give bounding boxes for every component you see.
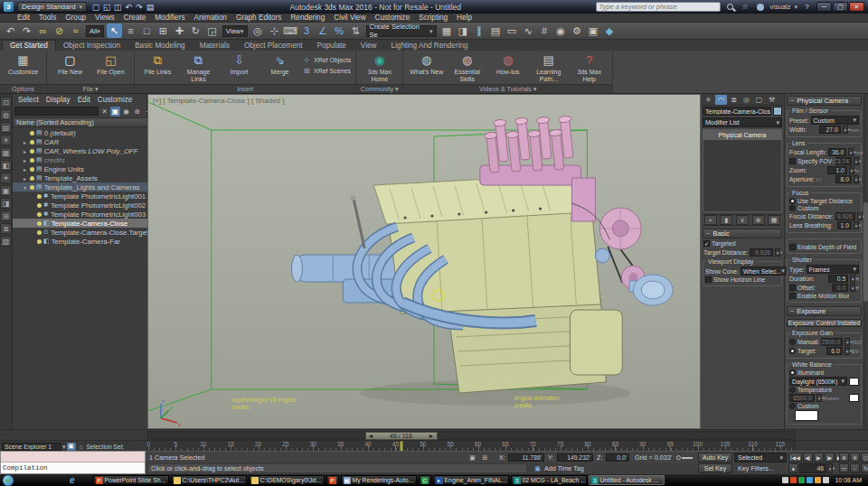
ribbon-item-file-open[interactable]: ◱File Open [92, 52, 129, 76]
internet-explorer-icon[interactable]: e [70, 475, 75, 485]
use-target-distance-radio[interactable] [789, 198, 796, 204]
lock-navigation-icon[interactable]: ◉ [121, 107, 131, 117]
open-scene-explorer-icon[interactable]: ▣ [67, 443, 76, 451]
shapes-filter-icon[interactable]: ▤ [0, 122, 12, 133]
spinner[interactable]: ▲▼ [844, 347, 850, 355]
listener-pane[interactable]: Compilation [1, 463, 145, 473]
fov-field[interactable]: 73.74 [835, 157, 852, 165]
visibility-bulb-icon[interactable] [37, 212, 42, 217]
zoom-field[interactable]: 1.0 [827, 166, 847, 174]
visibility-bulb-icon[interactable] [37, 194, 42, 199]
select-and-move-icon[interactable]: ✚ [172, 23, 187, 38]
undo-icon[interactable]: ↶ [123, 2, 134, 12]
star-favorites-icon[interactable]: ☆ [740, 2, 751, 12]
spinner[interactable]: ▲▼ [854, 175, 859, 183]
update-tray-icon[interactable] [807, 477, 813, 483]
angle-snap-icon[interactable]: ∠ [316, 23, 331, 38]
chevron-collapsed-icon[interactable]: ▸ [22, 157, 28, 164]
visibility-bulb-icon[interactable] [30, 176, 34, 181]
taskbar-item-my-renderings-auto[interactable]: ▦My Renderings-Auto... [341, 475, 417, 485]
target-ev-field[interactable]: 6.0 [826, 347, 843, 355]
ribbon-tab-object-inspection[interactable]: Object Inspection [56, 41, 127, 51]
spacewarps-filter-icon[interactable]: ✶ [0, 173, 12, 183]
geometry-filter-icon[interactable]: ◍ [0, 109, 12, 120]
temperature-radio[interactable] [789, 387, 796, 393]
spinner[interactable]: ▲▼ [827, 463, 833, 473]
visibility-bulb-icon[interactable] [30, 131, 34, 136]
ribbon-tab-populate[interactable]: Populate [310, 41, 354, 51]
custom-wb-color-swatch[interactable] [795, 410, 818, 421]
spinner-snap-icon[interactable]: ⇅ [348, 23, 363, 38]
set-key-button[interactable]: Set Key [698, 463, 732, 473]
workspace-dropdown[interactable]: Design Standard [17, 2, 87, 12]
macro-recorder-pane[interactable] [1, 452, 145, 463]
shutter-type-dropdown[interactable]: Frames [807, 265, 859, 274]
spinner[interactable]: ▲▼ [848, 148, 854, 156]
tree-item-template-camera-far[interactable]: ◧Template-Camera-Far [13, 237, 165, 246]
materials-filter-icon[interactable]: ▧ [0, 236, 12, 247]
visibility-bulb-icon[interactable] [30, 185, 34, 190]
menu-customize[interactable]: Customize [371, 14, 415, 22]
ribbon-item-manage-links[interactable]: ⧉Manage Links [180, 52, 217, 82]
time-slider-handle[interactable]: ◄ 46 / 118 ► [365, 432, 438, 440]
use-pivot-point-icon[interactable]: ◎ [250, 23, 266, 38]
duration-field[interactable]: 0.5 [828, 275, 848, 283]
modifier-list-dropdown[interactable]: Modifier List [703, 117, 782, 127]
spinner[interactable]: ▲▼ [775, 248, 780, 257]
keyboard-shortcut-override-icon[interactable]: ⌨ [283, 23, 298, 38]
physical-camera-rollout-header[interactable]: −Physical Camera [787, 96, 862, 106]
target-exposure-radio[interactable] [789, 348, 796, 354]
ribbon-item-how-tos[interactable]: ◍How-tos [489, 52, 526, 76]
window-crossing-icon[interactable]: ⊞ [156, 23, 171, 38]
graphite-ribbon-icon[interactable]: ▭ [505, 23, 520, 38]
named-selection-combo[interactable]: Create Selection Se [366, 25, 437, 37]
scene-explorer-search-input[interactable] [14, 107, 99, 116]
ribbon-item-learning-path[interactable]: ▤Learning Path... [530, 52, 567, 82]
undo-icon[interactable]: ↶ [3, 23, 18, 38]
tree-item-template-photometriclight003[interactable]: ✱Template PhotometricLight003 [13, 210, 165, 219]
utilities-tab-icon[interactable]: ⚒ [766, 95, 778, 105]
render-production-icon[interactable]: ◆ [602, 23, 618, 38]
menu-tools[interactable]: Tools [34, 14, 61, 22]
visibility-bulb-icon[interactable] [37, 203, 42, 208]
snaps-toggle-icon[interactable]: 3 [299, 23, 315, 38]
tree-item-0-default[interactable]: ▤0 (default) [13, 128, 165, 137]
project-folder-icon[interactable]: ▤ [145, 2, 156, 12]
specify-fov-checkbox[interactable] [789, 158, 796, 164]
schematic-view-icon[interactable]: # [537, 23, 552, 38]
render-setup-icon[interactable]: ⚙ [570, 23, 585, 38]
command-panel-scrollbar[interactable] [863, 94, 868, 429]
menu-civil-view[interactable]: Civil View [329, 14, 370, 22]
save-file-icon[interactable]: ◫ [112, 2, 123, 12]
current-frame-field[interactable]: 46 [799, 463, 826, 473]
network-tray-icon[interactable] [798, 477, 805, 483]
xrefs-filter-icon[interactable]: ◨ [0, 198, 12, 209]
tree-item-template-camera-close-target[interactable]: ⊙Template-Camera-Close.Target [13, 228, 165, 237]
visibility-bulb-icon[interactable] [37, 239, 42, 244]
spinner[interactable]: ▲▼ [850, 284, 855, 292]
maximize-button[interactable]: ▢ [833, 2, 848, 12]
taskbar-item-powerpoint-slide-sh[interactable]: PPowerPoint Slide Sh... [93, 475, 169, 485]
previous-frame-button[interactable]: ◀| [803, 453, 813, 463]
illuminant-dropdown[interactable]: Daylight (6500K) [789, 377, 847, 386]
volume-tray-icon[interactable] [823, 477, 829, 483]
explorer-menu-edit[interactable]: Edit [75, 96, 93, 104]
start-orb-icon[interactable] [3, 475, 14, 486]
search-input[interactable] [596, 2, 721, 12]
show-horizon-checkbox[interactable] [705, 276, 712, 283]
explorer-menu-display[interactable]: Display [43, 96, 73, 104]
display-all-icon[interactable]: ⊡ [0, 97, 12, 107]
pick-icon[interactable]: ⊕ [132, 107, 142, 117]
illuminant-radio[interactable] [789, 369, 796, 376]
selection-filter-dropdown[interactable]: All [86, 25, 104, 37]
remove-modifier-icon[interactable]: ⊗ [752, 215, 765, 225]
cameras-filter-icon[interactable]: ▦ [0, 147, 12, 158]
visibility-bulb-icon[interactable] [30, 149, 34, 154]
taskbar-item-engine-anim-final[interactable]: ▸Engine_Anim_FINAL... [433, 475, 509, 485]
modifier-stack[interactable]: Physical Camera [703, 129, 782, 212]
previous-frame-arrow-icon[interactable]: ◄ [368, 433, 374, 439]
autodesk-tray-icon[interactable] [815, 477, 821, 483]
mirror-icon[interactable]: ◨ [456, 23, 471, 38]
configure-modifier-sets-icon[interactable]: ▦ [768, 215, 780, 225]
ribbon-tab-basic-modeling[interactable]: Basic Modeling [127, 41, 193, 51]
